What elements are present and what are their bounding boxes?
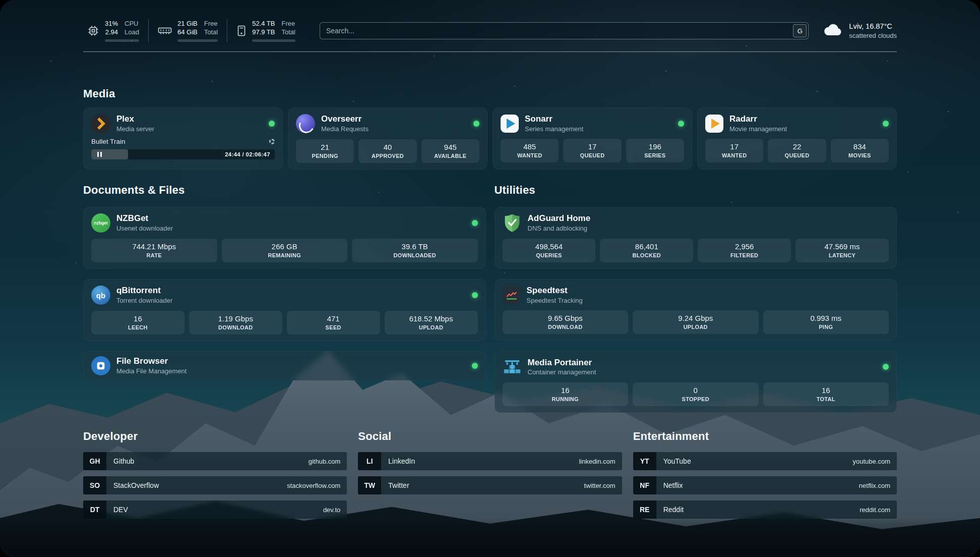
disk-total-value: 97.9 TB — [252, 28, 275, 36]
stat-value: 40 — [360, 143, 414, 151]
weather-widget[interactable]: Lviv, 16.87°C scattered clouds — [823, 22, 897, 40]
search-engine-button[interactable]: G — [793, 24, 807, 37]
stat-queries: 498,564 QUERIES — [503, 239, 596, 262]
cpu-chip-icon — [87, 25, 99, 37]
media-section-title: Media — [83, 87, 897, 100]
weather-condition: scattered clouds — [849, 32, 897, 40]
entertainment-links: YT YouTube youtube.com NF Netflix netfli… — [633, 452, 897, 519]
section-developer: Developer GH Github github.com SO StackO… — [83, 430, 347, 525]
disk-progress-bar — [252, 39, 295, 42]
stat-value: 498,564 — [505, 242, 594, 251]
link-linkedin[interactable]: LI LinkedIn linkedin.com — [358, 452, 622, 470]
radarr-status-dot — [883, 121, 889, 127]
stat-pending: 21 PENDING — [296, 139, 354, 163]
sonarr-card[interactable]: Sonarr Series management 485 WANTED 17 Q… — [493, 107, 692, 170]
link-abbr: TW — [358, 476, 381, 494]
overseerr-subtitle: Media Requests — [321, 126, 369, 133]
link-abbr: SO — [83, 476, 106, 494]
cloud-icon — [823, 23, 843, 38]
two-column-area: Documents & Files nzbget NZBGet Usenet d… — [83, 184, 897, 413]
link-youtube[interactable]: YT YouTube youtube.com — [633, 452, 897, 470]
nzbget-card[interactable]: nzbget NZBGet Usenet downloader 744.21 M… — [83, 207, 486, 269]
stat-label: REMAINING — [224, 252, 346, 258]
gear-icon[interactable] — [269, 139, 275, 144]
link-name: Netflix — [663, 481, 683, 489]
link-stackoverflow[interactable]: SO StackOverflow stackoverflow.com — [83, 476, 347, 494]
speedtest-icon — [503, 286, 521, 304]
nzbget-titles: NZBGet Usenet downloader — [116, 213, 173, 232]
radarr-icon — [705, 115, 723, 133]
portainer-card[interactable]: Media Portainer Container management 16 … — [495, 351, 897, 413]
overseerr-card-header: Overseerr Media Requests — [296, 114, 479, 133]
link-name: Twitter — [388, 481, 409, 489]
nzbget-status-dot — [472, 220, 478, 226]
ram-readout: 21 GiB Free 64 GiB Total — [177, 20, 218, 42]
stat-wanted: 17 WANTED — [705, 139, 763, 162]
plex-card-header: Plex Media server — [91, 114, 275, 133]
nzbget-icon: nzbget — [91, 213, 110, 233]
stat-label: UPLOAD — [387, 324, 476, 330]
disk-free-value: 52.4 TB — [252, 20, 275, 28]
plex-titles: Plex Media server — [116, 114, 154, 133]
cpu-label: CPU — [125, 20, 139, 28]
stat-label: QUEUED — [565, 152, 619, 158]
link-url: youtube.com — [853, 458, 890, 465]
stat-label: DOWNLOAD — [505, 324, 627, 330]
overseerr-card[interactable]: Overseerr Media Requests 21 PENDING 40 A… — [288, 107, 487, 170]
speedtest-stats: 9.65 Gbps DOWNLOAD 9.24 Gbps UPLOAD 0.99… — [503, 310, 889, 334]
qbittorrent-card[interactable]: qb qBittorrent Torrent downloader 16 LEE… — [83, 279, 486, 341]
weather-location: Lviv, 16.87°C — [849, 22, 897, 31]
stat-value: 485 — [503, 142, 557, 151]
link-url: reddit.com — [860, 506, 890, 514]
ram-metric: 21 GiB Free 64 GiB Total — [148, 19, 227, 42]
stat-value: 9.65 Gbps — [505, 314, 627, 322]
plex-icon — [91, 114, 110, 133]
speedtest-name: Speedtest — [527, 286, 583, 296]
cpu-load-value: 2.94 — [105, 28, 118, 36]
developer-section-title: Developer — [83, 430, 347, 443]
documents-section-title: Documents & Files — [83, 184, 486, 197]
plex-card[interactable]: Plex Media server Bullet Train 24:44 / 0… — [83, 107, 283, 170]
qbittorrent-icon: qb — [91, 286, 110, 305]
stat-blocked: 86,401 BLOCKED — [600, 239, 693, 262]
link-netflix[interactable]: NF Netflix netflix.com — [633, 476, 897, 494]
topbar: 31% CPU 2.94 Load — [83, 17, 897, 44]
ram-total-label: Total — [204, 28, 218, 36]
link-url: netflix.com — [859, 482, 890, 489]
stat-queued: 22 QUEUED — [768, 139, 826, 162]
link-name: Reddit — [663, 506, 684, 514]
cpu-progress-bar — [105, 39, 139, 42]
link-abbr: DT — [83, 500, 106, 519]
utilities-section-title: Utilities — [495, 184, 897, 197]
link-twitter[interactable]: TW Twitter twitter.com — [358, 476, 622, 494]
stat-label: DOWNLOADED — [354, 252, 476, 258]
adguard-card[interactable]: AdGuard Home DNS and adblocking 498,564 … — [495, 207, 897, 269]
nzbget-card-header: nzbget NZBGet Usenet downloader — [91, 213, 478, 233]
plex-name: Plex — [116, 114, 154, 124]
stat-value: 22 — [770, 142, 824, 151]
section-social: Social LI LinkedIn linkedin.com TW Twitt… — [358, 430, 622, 525]
stat-value: 945 — [423, 143, 477, 151]
entertainment-section-title: Entertainment — [633, 430, 897, 443]
pause-icon[interactable] — [91, 152, 107, 157]
radarr-card[interactable]: Radarr Movie management 17 WANTED 22 QUE… — [697, 107, 897, 170]
filebrowser-card-header: File Browser Media File Management — [91, 356, 478, 375]
plex-progress-bar[interactable]: 24:44 / 02:06:47 — [91, 149, 275, 159]
link-name: StackOverflow — [113, 481, 159, 489]
stat-label: DOWNLOAD — [191, 324, 280, 330]
ram-icon — [158, 26, 172, 36]
overseerr-titles: Overseerr Media Requests — [321, 114, 369, 133]
background-stars — [0, 0, 1, 1]
sonarr-stats: 485 WANTED 17 QUEUED 196 SERIES — [501, 139, 684, 162]
stat-ping: 0.993 ms PING — [763, 310, 889, 334]
filebrowser-card[interactable]: File Browser Media File Management — [83, 351, 486, 380]
stat-value: 0.993 ms — [765, 314, 887, 322]
search-input[interactable] — [320, 22, 809, 39]
stat-label: MOVIES — [833, 152, 887, 158]
speedtest-card[interactable]: Speedtest Speedtest Tracking 9.65 Gbps D… — [495, 279, 897, 341]
stat-label: FILTERED — [700, 252, 789, 258]
link-sections: Developer GH Github github.com SO StackO… — [83, 430, 897, 545]
link-reddit[interactable]: RE Reddit reddit.com — [633, 500, 897, 519]
link-dev[interactable]: DT DEV dev.to — [83, 500, 347, 519]
link-github[interactable]: GH Github github.com — [83, 452, 347, 470]
